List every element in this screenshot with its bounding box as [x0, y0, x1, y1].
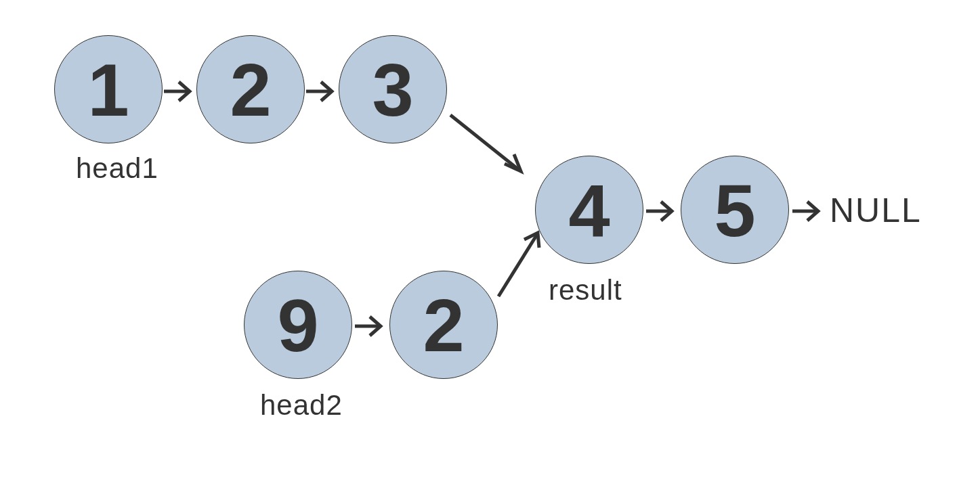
svg-line-2 [450, 115, 518, 169]
label-result: result [549, 274, 622, 307]
arrow-icon [444, 108, 538, 189]
node-value: 2 [230, 47, 271, 133]
node-value: 3 [372, 47, 413, 133]
node-value: 9 [277, 282, 318, 368]
node-list2-0: 9 [244, 271, 352, 379]
label-null: NULL [830, 191, 922, 230]
node-list2-1: 2 [389, 271, 498, 379]
node-merged-1: 5 [681, 156, 789, 264]
node-value: 1 [87, 47, 129, 133]
arrow-icon [305, 78, 339, 105]
node-list1-0: 1 [54, 35, 163, 143]
arrow-icon [645, 198, 679, 225]
node-list1-1: 2 [196, 35, 305, 143]
node-value: 4 [568, 167, 610, 253]
svg-line-6 [498, 235, 536, 296]
arrow-icon [791, 198, 825, 225]
label-head1: head1 [76, 152, 158, 185]
node-value: 2 [423, 282, 464, 368]
arrow-icon [493, 223, 554, 305]
arrow-icon [354, 313, 387, 340]
arrow-icon [163, 78, 196, 105]
node-list1-2: 3 [339, 35, 447, 143]
label-head2: head2 [260, 389, 343, 422]
node-value: 5 [714, 167, 755, 253]
